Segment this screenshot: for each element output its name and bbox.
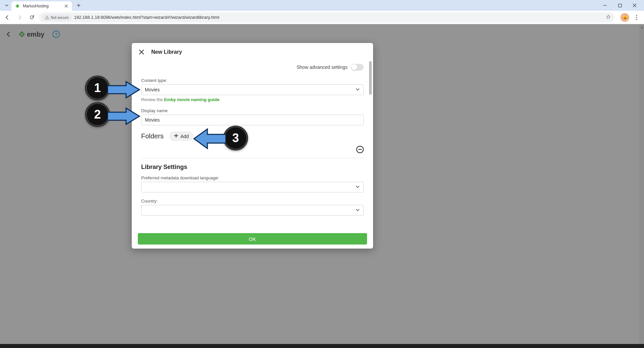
svg-point-5 [636,19,637,20]
plus-icon [174,133,178,139]
not-secure-label: Not secure [51,15,69,19]
modal-close-icon[interactable] [138,48,145,56]
warning-icon [45,15,49,19]
browser-address-bar: Not secure 192.168.1.18:8096/web/index.h… [0,11,644,24]
advanced-settings-toggle[interactable] [351,64,364,71]
svg-marker-9 [108,108,139,124]
annotation-badge-2: 2 [85,102,110,127]
svg-marker-0 [15,4,19,8]
annotation-arrow-3 [192,127,226,150]
new-library-modal: New Library Show advanced settings Conte… [132,43,373,249]
window-minimize-icon[interactable] [598,1,612,10]
window-maximize-icon[interactable] [612,1,627,10]
window-close-icon[interactable] [627,1,642,10]
nav-forward-icon[interactable] [15,13,24,22]
metadata-lang-label: Preferred metadata download language: [141,175,364,180]
bookmark-star-icon[interactable] [606,14,611,21]
display-name-value: Movies [145,117,160,123]
folders-heading: Folders [141,132,164,140]
remove-folder-icon[interactable] [356,146,364,153]
chevron-down-icon [355,87,360,93]
taskbar [0,344,644,348]
ok-button[interactable]: OK [138,233,367,245]
url-field[interactable]: Not secure 192.168.1.18:8096/web/index.h… [39,12,614,23]
svg-point-3 [636,15,637,16]
advanced-settings-label: Show advanced settings [296,64,348,70]
naming-guide-help: Review the Emby movie naming guide. [141,97,364,102]
modal-scrollbar[interactable] [369,61,372,95]
new-tab-button[interactable] [74,1,83,10]
naming-guide-link[interactable]: Emby movie naming guide [164,97,219,102]
metadata-lang-select[interactable] [141,182,364,192]
url-text: 192.168.1.18:8096/web/index.html?start=w… [74,15,603,20]
annotation-badge-1: 1 [85,76,110,100]
svg-rect-1 [618,4,621,7]
svg-marker-8 [108,82,139,98]
content-type-select[interactable]: Movies [141,84,364,95]
content-type-value: Movies [145,87,160,92]
display-name-input[interactable]: Movies [141,115,364,125]
svg-point-2 [47,18,47,18]
browser-menu-icon[interactable] [632,13,641,22]
tab-title: MariusHosting [23,4,61,8]
svg-point-4 [636,17,637,18]
tabs-dropdown-icon[interactable] [3,2,10,9]
content-type-label: Content type: [141,78,364,83]
country-label: Country: [141,199,364,204]
country-select[interactable] [141,205,364,216]
window-controls [598,1,642,10]
annotation-badge-3: 3 [223,126,248,150]
svg-marker-10 [194,129,226,148]
browser-tab-strip: MariusHosting [0,0,644,11]
library-settings-heading: Library Settings [141,164,364,171]
emby-favicon-icon [15,3,20,9]
not-secure-chip[interactable]: Not secure [42,14,71,20]
add-label: Add [180,134,189,139]
browser-tab[interactable]: MariusHosting [11,1,72,11]
folder-row [141,141,364,158]
display-name-label: Display name [141,108,364,113]
modal-title: New Library [151,49,182,55]
tab-close-icon[interactable] [64,4,69,8]
profile-avatar[interactable]: 😺 [620,13,629,22]
nav-reload-icon[interactable] [27,13,36,22]
nav-back-icon[interactable] [3,13,12,22]
chevron-down-icon [355,184,360,190]
add-folder-button[interactable]: Add [169,131,194,141]
annotation-arrow-2 [108,106,141,126]
annotation-arrow-1 [108,80,141,100]
chevron-down-icon [355,208,360,213]
